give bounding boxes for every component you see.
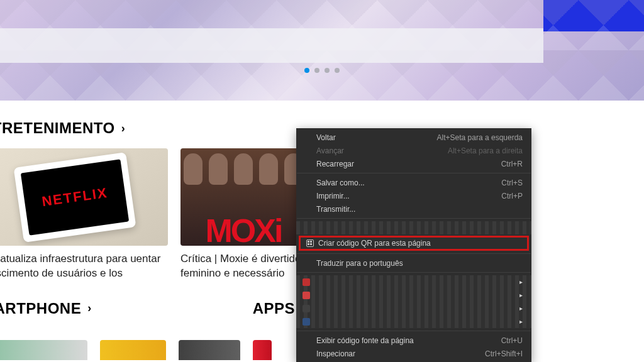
section-smartphone: MARTPHONE › [0,300,92,329]
submenu-arrow-icon: ▸ [519,292,523,299]
extension-icon [303,305,310,312]
menu-blurred-ext-4[interactable]: ▸ [296,315,531,328]
menu-separator [297,331,531,331]
submenu-arrow-icon: ▸ [519,278,523,285]
thumb-3[interactable] [179,340,240,360]
carousel-dot-1[interactable] [304,68,309,73]
thumb-2[interactable] [100,340,166,360]
extension-icon [303,278,310,286]
menu-separator [297,173,531,173]
menu-back-shortcut: Alt+Seta para a esquerda [437,133,523,142]
menu-forward: Avançar Alt+Seta para a direita [296,144,531,157]
thumb-4[interactable] [253,340,272,360]
chevron-right-icon: › [121,122,126,135]
carousel-dots [304,68,340,73]
section-smartphone-header[interactable]: MARTPHONE › [0,300,92,317]
submenu-arrow-icon: ▸ [519,305,523,312]
context-menu: Voltar Alt+Seta para a esquerda Avançar … [296,128,531,362]
qr-code-icon [306,239,314,248]
menu-source-label: Exibir código fonte da página [316,336,414,345]
menu-print[interactable]: Imprimir... Ctrl+P [296,189,531,202]
menu-blurred-ext-3[interactable]: ▸ [296,302,531,315]
menu-back-label: Voltar [316,133,336,142]
menu-translate-label: Traduzir para o português [316,259,403,268]
menu-reload[interactable]: Recarregar Ctrl+R [296,157,531,170]
menu-source-shortcut: Ctrl+U [501,336,523,345]
card-moxie[interactable]: MOXi Crítica | Moxie é divertido, femini… [180,148,306,281]
section-apps-title: APPS [253,300,295,317]
moxie-people [180,153,306,204]
menu-reload-shortcut: Ctrl+R [501,160,523,168]
menu-cast-label: Transmitir... [316,205,355,214]
moxie-card-title: Crítica | Moxie é divertido, feminino e … [180,252,306,281]
menu-separator [297,253,531,254]
netflix-thumbnail: NETFLIX [0,148,168,246]
netflix-logo: NETFLIX [40,184,108,209]
menu-print-shortcut: Ctrl+P [501,192,523,200]
menu-reload-label: Recarregar [316,160,354,168]
chevron-right-icon: › [87,302,92,315]
menu-separator [297,218,531,219]
menu-back[interactable]: Voltar Alt+Seta para a esquerda [296,131,531,144]
menu-inspect-label: Inspecionar [316,349,355,358]
section-smartphone-title: MARTPHONE [0,300,81,317]
extension-icon [303,318,310,326]
moxie-logo-text: MOXi [206,218,282,244]
section-entertainment-title: NTRETENIMENTO [0,119,115,137]
menu-print-label: Imprimir... [316,192,350,200]
menu-save-shortcut: Ctrl+S [501,178,523,187]
menu-blurred-ext-1[interactable]: ▸ [296,275,531,288]
menu-inspect[interactable]: Inspecionar Ctrl+Shift+I [296,347,531,360]
menu-save-as[interactable]: Salvar como... Ctrl+S [296,176,531,189]
banner-strip [0,28,543,63]
tablet-graphic: NETFLIX [13,152,136,243]
menu-cast[interactable]: Transmitir... [296,202,531,216]
menu-translate[interactable]: Traduzir para o português [296,256,531,270]
moxie-thumbnail: MOXi [180,148,306,246]
card-netflix[interactable]: NETFLIX tflix atualiza infraestrutura pa… [0,148,168,281]
menu-forward-label: Avançar [316,146,344,155]
menu-blurred-ext-2[interactable]: ▸ [296,288,531,302]
thumb-1[interactable] [0,340,87,360]
menu-inspect-shortcut: Ctrl+Shift+I [485,349,523,358]
menu-view-source[interactable]: Exibir código fonte da página Ctrl+U [296,334,531,347]
carousel-dot-4[interactable] [335,68,340,73]
carousel-dot-2[interactable] [314,68,319,73]
menu-save-label: Salvar como... [316,178,365,187]
carousel-dot-3[interactable] [325,68,330,73]
menu-blurred-1[interactable] [296,221,531,234]
menu-separator [297,272,531,273]
submenu-arrow-icon: ▸ [519,318,523,325]
extension-icon [303,292,310,299]
menu-forward-shortcut: Alt+Seta para a direita [448,146,523,155]
netflix-card-title: tflix atualiza infraestrutura para uenta… [0,252,168,281]
hero-banner [0,0,644,101]
menu-qr-code[interactable]: Criar código QR para esta página [299,236,529,251]
menu-qr-label: Criar código QR para esta página [318,239,431,248]
tablet-screen: NETFLIX [20,159,128,235]
